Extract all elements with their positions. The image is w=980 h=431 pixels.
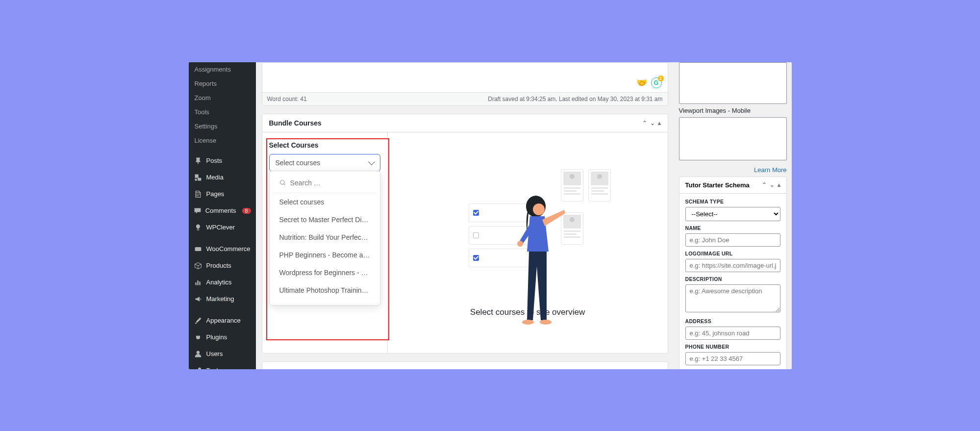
schema-metabox: Tutor Starter Schema ⌃ ⌄ ▴ SCHEMA TYPE -… <box>679 177 787 369</box>
dropdown-value: Select courses <box>276 159 321 167</box>
desc-label: DESCRIPTION <box>685 276 780 282</box>
sidebar-item-label: WPClever <box>206 224 235 231</box>
woo-icon <box>194 245 202 254</box>
bulb-icon <box>194 223 202 232</box>
sidebar-item-label: Media <box>206 174 224 181</box>
sidebar-item-wpclever[interactable]: WPClever <box>189 219 256 236</box>
address-input[interactable] <box>685 327 780 340</box>
sidebar-subitem-assignments[interactable]: Assignments <box>189 62 256 76</box>
svg-point-1 <box>196 351 199 354</box>
admin-sidebar: AssignmentsReportsZoomToolsSettingsLicen… <box>189 62 256 369</box>
course-option-0[interactable]: Select courses <box>270 193 380 211</box>
phone-label: PHONE NUMBER <box>685 344 780 350</box>
editor-status-bar: Word count: 41 Draft saved at 9:34:25 am… <box>262 92 668 105</box>
sidebar-item-label: Pages <box>206 190 225 198</box>
badge: 8 <box>242 208 251 214</box>
sidebar-item-label: Comments <box>205 207 236 214</box>
select-courses-panel: Select Courses Select courses Select cou <box>262 132 388 353</box>
editor-content-area[interactable]: 🤝 G <box>262 63 668 92</box>
right-sidebar: Viewport Images - Mobile Learn More Tuto… <box>674 62 792 369</box>
course-option-3[interactable]: PHP Beginners - Become a PHP … <box>270 246 380 264</box>
panel-controls: ⌃ ⌄ ▴ <box>642 120 661 127</box>
sidebar-item-pages[interactable]: Pages <box>189 186 256 203</box>
word-count: Word count: 41 <box>267 96 307 102</box>
next-panel <box>262 361 668 369</box>
learn-more-link[interactable]: Learn More <box>679 163 787 177</box>
course-option-4[interactable]: Wordpress for Beginners - Master… <box>270 264 380 281</box>
bars-icon <box>194 278 202 287</box>
sidebar-item-media[interactable]: Media <box>189 169 256 186</box>
panel-title: Bundle Courses <box>269 119 322 127</box>
sidebar-item-users[interactable]: Users <box>189 346 256 362</box>
sidebar-item-analytics[interactable]: Analytics <box>189 274 256 291</box>
address-label: ADDRESS <box>685 318 780 324</box>
sidebar-subitem-settings[interactable]: Settings <box>189 119 256 133</box>
wrench-icon <box>194 366 202 369</box>
course-option-5[interactable]: Ultimate Photoshop Training: Fro… <box>270 281 380 299</box>
viewport-mobile-textarea[interactable] <box>679 117 787 160</box>
svg-point-4 <box>280 180 284 184</box>
sidebar-item-comments[interactable]: Comments8 <box>189 203 256 219</box>
sidebar-subitem-tools[interactable]: Tools <box>189 105 256 119</box>
schema-title: Tutor Starter Schema <box>685 181 750 189</box>
dropdown-menu: Select coursesSecret to Master Perfect D… <box>269 171 380 305</box>
course-option-1[interactable]: Secret to Master Perfect Diet & M… <box>270 211 380 228</box>
sidebar-item-marketing[interactable]: Marketing <box>189 291 256 307</box>
sidebar-subitem-zoom[interactable]: Zoom <box>189 91 256 105</box>
sidebar-subitem-license[interactable]: License <box>189 133 256 148</box>
box-icon <box>194 261 202 270</box>
select-courses-label: Select Courses <box>269 141 380 149</box>
svg-rect-0 <box>195 247 201 251</box>
search-icon <box>279 179 286 187</box>
desc-textarea[interactable] <box>685 284 780 312</box>
phone-input[interactable] <box>685 352 780 365</box>
name-input[interactable] <box>685 233 780 247</box>
panel-down-icon[interactable]: ⌄ <box>650 120 655 127</box>
handshake-icon: 🤝 <box>636 77 647 88</box>
sidebar-item-plugins[interactable]: Plugins <box>189 329 256 346</box>
sidebar-item-products[interactable]: Products <box>189 257 256 274</box>
panel-down-icon[interactable]: ⌄ <box>770 181 775 188</box>
sidebar-item-label: WooCommerce <box>206 245 251 253</box>
viewport-mobile-label: Viewport Images - Mobile <box>679 107 787 114</box>
svg-point-7 <box>533 203 545 215</box>
panel-collapse-icon[interactable]: ▴ <box>778 181 780 188</box>
media-icon <box>194 173 202 182</box>
comment-icon <box>194 206 201 215</box>
viewport-desktop-textarea[interactable] <box>679 62 787 104</box>
brush-icon <box>194 316 202 325</box>
grammarly-icon[interactable]: G <box>651 77 662 88</box>
select-courses-dropdown[interactable]: Select courses <box>269 154 380 172</box>
bundle-courses-panel: Bundle Courses ⌃ ⌄ ▴ Select Courses Sele… <box>262 114 668 354</box>
sidebar-item-appearance[interactable]: Appearance <box>189 312 256 329</box>
page-icon <box>194 190 202 199</box>
editor-box: 🤝 G Word count: 41 Draft saved at 9:34:2… <box>262 62 668 106</box>
sidebar-item-label: Plugins <box>206 333 227 341</box>
pin-icon <box>194 156 202 165</box>
schema-type-select[interactable]: --Select-- <box>685 207 780 221</box>
sidebar-subitem-reports[interactable]: Reports <box>189 76 256 91</box>
svg-point-8 <box>517 241 523 247</box>
mega-icon <box>194 295 202 304</box>
sidebar-item-woocommerce[interactable]: WooCommerce <box>189 241 256 257</box>
panel-up-icon[interactable]: ⌃ <box>762 181 767 188</box>
panel-collapse-icon[interactable]: ▴ <box>658 120 661 127</box>
draft-status: Draft saved at 9:34:25 am. Last edited o… <box>488 96 662 102</box>
course-option-2[interactable]: Nutrition: Build Your Perfect Diet … <box>270 228 380 246</box>
chevron-down-icon <box>368 158 375 165</box>
sidebar-item-tools[interactable]: Tools <box>189 362 256 369</box>
app-window: AssignmentsReportsZoomToolsSettingsLicen… <box>189 62 792 369</box>
schema-type-label: SCHEMA TYPE <box>685 199 780 204</box>
overview-preview: Select courses to see overview <box>388 132 668 353</box>
logo-label: LOGO/IMAGE URL <box>685 251 780 256</box>
sidebar-item-label: Products <box>206 262 231 269</box>
sidebar-item-posts[interactable]: Posts <box>189 152 256 169</box>
course-search-input[interactable] <box>290 177 370 189</box>
name-label: NAME <box>685 225 780 231</box>
sidebar-item-label: Posts <box>206 157 223 164</box>
sidebar-item-label: Users <box>206 350 223 357</box>
logo-input[interactable] <box>685 259 780 272</box>
panel-up-icon[interactable]: ⌃ <box>642 120 647 127</box>
sidebar-item-label: Marketing <box>206 295 234 303</box>
sidebar-item-label: Analytics <box>206 279 232 286</box>
